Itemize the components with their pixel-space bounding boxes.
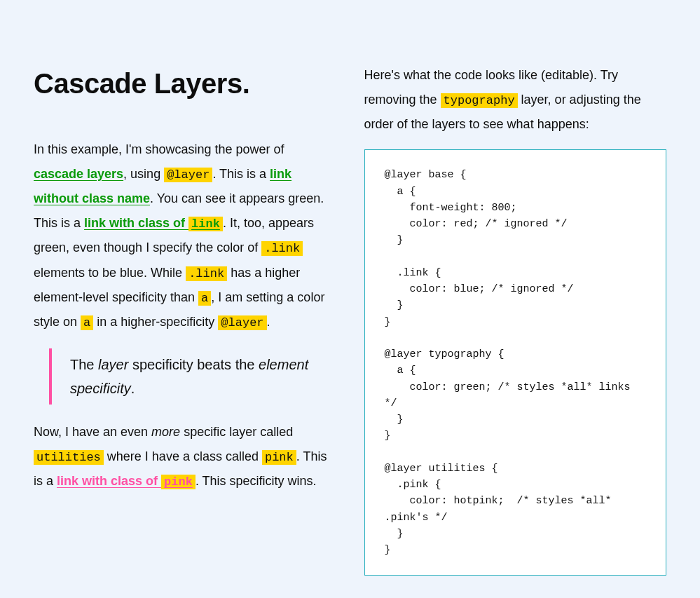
left-column: Cascade Layers. In this example, I'm sho… <box>34 34 336 503</box>
text: . <box>267 315 270 329</box>
link-with-class-link[interactable]: link with class of link <box>84 216 223 230</box>
code-typography: typography <box>441 93 518 108</box>
two-column-layout: Cascade Layers. In this example, I'm sho… <box>34 34 666 576</box>
right-column: Here's what the code looks like (editabl… <box>364 34 667 576</box>
text: specificity beats the <box>128 357 259 372</box>
text: . This specificity wins. <box>195 474 317 488</box>
code-editor[interactable]: @layer base { a { font-weight: 800; colo… <box>364 149 667 576</box>
code-intro: Here's what the code looks like (editabl… <box>364 63 667 137</box>
text: The <box>70 357 98 372</box>
code-a: a <box>198 291 211 306</box>
emphasis: layer <box>98 357 128 372</box>
blockquote: The layer specificity beats the element … <box>49 348 336 405</box>
code-dot-link: .link <box>261 241 303 256</box>
text: Now, I have an even <box>34 425 151 439</box>
code-a: a <box>81 315 93 330</box>
code-pink-in-anchor: pink <box>161 475 195 489</box>
text: where I have a class called <box>104 449 262 463</box>
second-paragraph: Now, I have an even more specific layer … <box>34 420 336 494</box>
code-at-layer: @layer <box>218 315 266 330</box>
text: In this example, I'm showcasing the powe… <box>34 142 284 156</box>
text: in a higher-specificity <box>93 315 218 329</box>
text: . <box>131 381 135 396</box>
code-link-in-anchor: link <box>188 217 223 231</box>
link-with-class-pink[interactable]: link with class of pink <box>57 474 195 488</box>
text: specific layer called <box>180 425 293 439</box>
emphasis: more <box>151 425 180 439</box>
text: . This is a <box>212 167 270 181</box>
page-title: Cascade Layers. <box>34 56 336 111</box>
text: elements to be blue. While <box>34 266 186 280</box>
code-utilities: utilities <box>34 450 104 465</box>
link-cascade-layers[interactable]: cascade layers <box>34 167 123 181</box>
code-dot-link: .link <box>186 266 227 281</box>
code-pink: pink <box>262 450 296 465</box>
text: , using <box>123 167 164 181</box>
code-at-layer: @layer <box>164 168 212 182</box>
intro-paragraph: In this example, I'm showcasing the powe… <box>34 137 336 334</box>
